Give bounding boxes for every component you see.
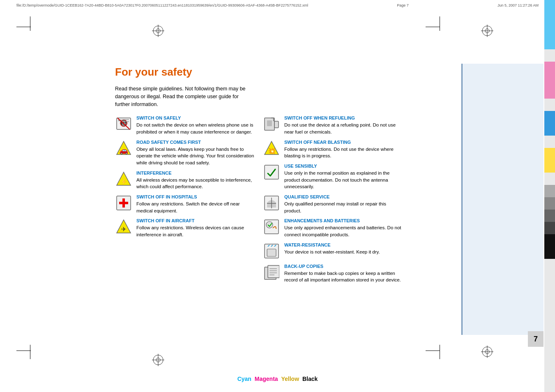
road-safety-text: ROAD SAFETY COMES FIRST Obey all local l… <box>136 140 255 166</box>
batteries-icon <box>263 218 280 235</box>
crop-mark-bl-v <box>30 345 30 359</box>
hospitals-text: SWITCH OFF IN HOSPITALS Follow any restr… <box>136 194 255 214</box>
svg-rect-29 <box>274 121 279 128</box>
page-title: For your safety <box>115 66 415 78</box>
batteries-heading: ENHANCEMENTS AND BATTERIES <box>284 218 403 223</box>
water-heading: WATER-RESISTANCE <box>284 242 403 247</box>
refueling-icon <box>263 115 280 133</box>
crop-mark-tr-v <box>440 16 440 31</box>
color-block-gap1 <box>544 49 555 62</box>
color-block-gap4 <box>544 173 555 185</box>
svg-text:🚗: 🚗 <box>119 146 129 155</box>
cmyk-footer: Cyan Magenta Yellow Black <box>237 376 318 382</box>
backup-icon <box>263 264 280 281</box>
refueling-heading: SWITCH OFF WHEN REFUELING <box>284 115 403 120</box>
filepath-page: Page 7 <box>397 3 409 7</box>
safety-item-interference: ⚡ INTERFERENCE All wireless devices may … <box>115 171 255 190</box>
blasting-desc: Follow any restrictions. Do not use the … <box>284 147 394 159</box>
color-block-gap3 <box>544 136 555 148</box>
right-panel <box>461 64 543 335</box>
hospitals-heading: SWITCH OFF IN HOSPITALS <box>136 194 255 199</box>
intro-text: Read these simple guidelines. Not follow… <box>115 85 251 108</box>
color-block-yellow <box>544 148 555 173</box>
safety-columns: 📵 SWITCH ON SAFELY Do not switch the dev… <box>115 115 415 288</box>
svg-text:✈: ✈ <box>121 226 127 233</box>
backup-desc: Remember to make back-up copies or keep … <box>284 271 401 283</box>
svg-rect-33 <box>265 165 279 179</box>
right-reg-mark-top <box>481 25 493 38</box>
use-sensibly-heading: USE SENSIBLY <box>284 164 403 168</box>
color-block-remainder <box>544 259 555 392</box>
cmyk-black: Black <box>302 376 318 382</box>
bottom-reg-mark <box>152 354 164 367</box>
aircraft-text: SWITCH OFF IN AIRCRAFT Follow any restri… <box>136 218 255 238</box>
svg-point-38 <box>266 221 273 228</box>
water-text: WATER-RESISTANCE Your device is not wate… <box>284 242 403 256</box>
crop-mark-tr-h <box>426 27 440 27</box>
cmyk-yellow: Yellow <box>281 376 299 382</box>
safety-item-blasting: 💥 SWITCH OFF NEAR BLASTING Follow any re… <box>263 140 403 159</box>
interference-desc: All wireless devices may be susceptible … <box>136 178 252 189</box>
switch-on-safely-heading: SWITCH ON SAFELY <box>136 115 255 120</box>
backup-text: BACK-UP COPIES Remember to make back-up … <box>284 264 403 284</box>
road-safety-desc: Obey all local laws. Always keep your ha… <box>136 147 254 165</box>
qualified-desc: Only qualified personnel may install or … <box>284 201 386 213</box>
road-safety-heading: ROAD SAFETY COMES FIRST <box>136 140 255 145</box>
aircraft-heading: SWITCH OFF IN AIRCRAFT <box>136 218 255 223</box>
hospitals-icon <box>115 194 132 212</box>
svg-rect-42 <box>268 265 279 278</box>
safety-item-hospitals: SWITCH OFF IN HOSPITALS Follow any restr… <box>115 194 255 214</box>
safety-item-switch-on-safely: 📵 SWITCH ON SAFELY Do not switch the dev… <box>115 115 255 135</box>
batteries-desc: Use only approved enhancements and batte… <box>284 225 401 237</box>
color-strip <box>544 0 555 392</box>
crop-mark-bl-h <box>16 350 31 351</box>
safety-item-road-safety: 🚗 ROAD SAFETY COMES FIRST Obey all local… <box>115 140 255 166</box>
svg-rect-40 <box>267 249 276 256</box>
blasting-text: SWITCH OFF NEAR BLASTING Follow any rest… <box>284 140 403 159</box>
safety-item-water: WATER-RESISTANCE Your device is not wate… <box>263 242 403 260</box>
safety-item-backup: BACK-UP COPIES Remember to make back-up … <box>263 264 403 284</box>
refueling-desc: Do not use the device at a refueling poi… <box>284 122 396 134</box>
main-content: For your safety Read these simple guidel… <box>115 66 415 288</box>
cmyk-space2 <box>279 376 281 382</box>
water-desc: Your device is not water-resistant. Keep… <box>284 249 380 254</box>
color-block-gap2 <box>544 99 555 111</box>
color-block-gray3 <box>544 210 555 222</box>
safety-item-batteries: ENHANCEMENTS AND BATTERIES Use only appr… <box>263 218 403 238</box>
filepath-text: file:/D:/temp/overmode/GUID-1CEEB162-7A2… <box>16 3 308 7</box>
color-block-gray4 <box>544 222 555 234</box>
safety-item-use-sensibly: USE SENSIBLY Use only in the normal posi… <box>263 164 403 190</box>
aircraft-desc: Follow any restrictions. Wireless device… <box>136 225 244 237</box>
page-number: 7 <box>528 331 543 347</box>
safety-item-aircraft: ✈ SWITCH OFF IN AIRCRAFT Follow any rest… <box>115 218 255 238</box>
right-column: SWITCH OFF WHEN REFUELING Do not use the… <box>263 115 403 288</box>
interference-text: INTERFERENCE All wireless devices may be… <box>136 171 255 190</box>
interference-icon: ⚡ <box>115 171 132 188</box>
aircraft-icon: ✈ <box>115 218 132 235</box>
use-sensibly-icon <box>263 164 280 181</box>
svg-text:💥: 💥 <box>268 148 276 154</box>
color-block-black <box>544 234 555 259</box>
color-block-blue <box>544 111 555 136</box>
qualified-icon <box>263 194 280 212</box>
crop-mark-br-h <box>426 350 440 351</box>
safety-item-refueling: SWITCH OFF WHEN REFUELING Do not use the… <box>263 115 403 135</box>
cmyk-space1 <box>252 376 254 382</box>
crop-mark-tl-v <box>30 16 30 31</box>
blasting-heading: SWITCH OFF NEAR BLASTING <box>284 140 403 145</box>
right-reg-mark-bottom <box>481 346 493 359</box>
crop-mark-tl-h <box>16 27 31 27</box>
cmyk-cyan: Cyan <box>237 376 251 382</box>
switch-on-safely-desc: Do not switch the device on when wireles… <box>136 122 253 134</box>
switch-on-safely-icon: 📵 <box>115 115 132 133</box>
cmyk-magenta: Magenta <box>255 376 278 382</box>
batteries-text: ENHANCEMENTS AND BATTERIES Use only appr… <box>284 218 403 238</box>
hospitals-desc: Follow any restrictions. Switch the devi… <box>136 201 240 213</box>
color-block-gray2 <box>544 197 555 210</box>
use-sensibly-text: USE SENSIBLY Use only in the normal posi… <box>284 164 403 190</box>
color-block-magenta <box>544 62 555 99</box>
left-column: 📵 SWITCH ON SAFELY Do not switch the dev… <box>115 115 255 288</box>
use-sensibly-desc: Use only in the normal position as expla… <box>284 171 389 189</box>
color-block-cyan <box>544 0 555 49</box>
backup-heading: BACK-UP COPIES <box>284 264 403 269</box>
